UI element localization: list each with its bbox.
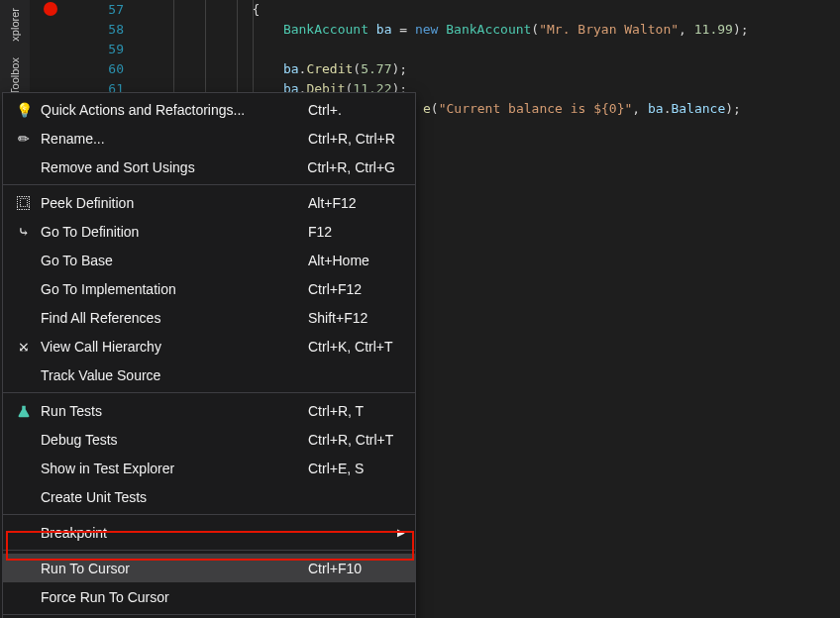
menu-run-to-cursor[interactable]: Run To Cursor Ctrl+F10 xyxy=(3,554,415,582)
menu-goto-definition[interactable]: ⤷ Go To Definition F12 xyxy=(3,217,415,246)
code-line-60[interactable]: ba.Credit(5.77); xyxy=(144,59,840,79)
menu-rename[interactable]: ✏ Rename... Ctrl+R, Ctrl+R xyxy=(3,124,415,153)
menu-show-test-explorer[interactable]: Show in Test Explorer Ctrl+E, S xyxy=(3,454,415,482)
code-line-57[interactable]: { xyxy=(144,0,840,20)
menu-debug-tests[interactable]: Debug Tests Ctrl+R, Ctrl+T xyxy=(3,425,415,454)
menu-quick-actions[interactable]: 💡 Quick Actions and Refactorings... Ctrl… xyxy=(3,95,415,124)
menu-force-run-to-cursor[interactable]: Force Run To Cursor xyxy=(3,582,415,611)
line-number[interactable]: 58 xyxy=(84,20,124,40)
submenu-arrow-icon: ▶ xyxy=(397,527,405,538)
hierarchy-icon: ⤩ xyxy=(11,339,37,355)
menu-goto-implementation[interactable]: Go To Implementation Ctrl+F12 xyxy=(3,274,415,303)
menu-breakpoint[interactable]: Breakpoint ▶ xyxy=(3,518,415,547)
flask-icon xyxy=(11,404,37,418)
code-line-extra[interactable]: e("Current balance is ${0}", ba.Balance)… xyxy=(423,99,741,119)
menu-remove-usings[interactable]: Remove and Sort Usings Ctrl+R, Ctrl+G xyxy=(3,153,415,181)
rename-icon: ✏ xyxy=(11,131,37,147)
menu-goto-base[interactable]: Go To Base Alt+Home xyxy=(3,246,415,274)
goto-icon: ⤷ xyxy=(11,224,37,240)
context-menu: 💡 Quick Actions and Refactorings... Ctrl… xyxy=(2,92,416,618)
menu-call-hierarchy[interactable]: ⤩ View Call Hierarchy Ctrl+K, Ctrl+T xyxy=(3,332,415,360)
menu-create-unit-tests[interactable]: Create Unit Tests xyxy=(3,482,415,511)
breakpoint-marker[interactable] xyxy=(44,2,57,16)
menu-track-value[interactable]: Track Value Source xyxy=(3,360,415,389)
lightbulb-icon: 💡 xyxy=(11,102,37,118)
menu-find-references[interactable]: Find All References Shift+F12 xyxy=(3,303,415,332)
menu-separator xyxy=(3,392,415,393)
line-number[interactable]: 59 xyxy=(84,40,124,59)
peek-icon: ⿴ xyxy=(11,195,37,211)
sidebar-tab-explorer[interactable]: xplorer xyxy=(5,0,25,50)
menu-separator xyxy=(3,184,415,185)
line-number[interactable]: 60 xyxy=(84,59,124,79)
menu-peek-definition[interactable]: ⿴ Peek Definition Alt+F12 xyxy=(3,188,415,217)
menu-run-tests[interactable]: Run Tests Ctrl+R, T xyxy=(3,396,415,425)
line-numbers: 57 58 59 60 61 xyxy=(84,0,124,99)
line-number[interactable]: 57 xyxy=(84,0,124,20)
code-line-58[interactable]: BankAccount ba = new BankAccount("Mr. Br… xyxy=(144,20,840,40)
code-line-59[interactable] xyxy=(144,40,840,59)
menu-separator xyxy=(3,614,415,615)
menu-separator xyxy=(3,550,415,551)
code-content[interactable]: { BankAccount ba = new BankAccount("Mr. … xyxy=(144,0,840,99)
menu-separator xyxy=(3,514,415,515)
